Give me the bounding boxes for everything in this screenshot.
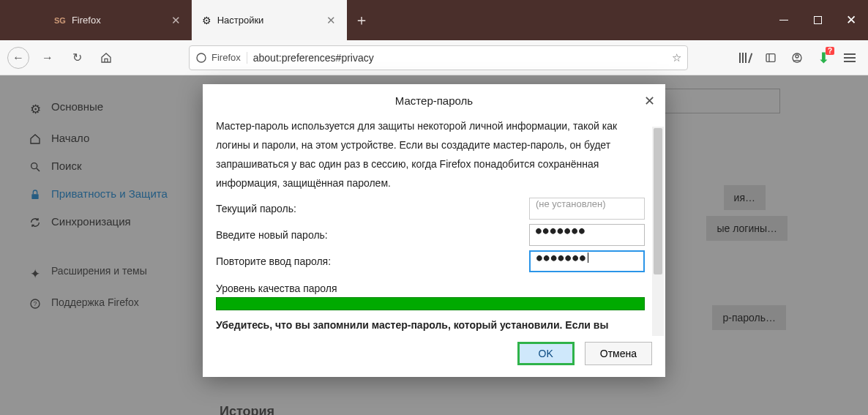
modal-overlay: Мастер-пароль ✕ Мастер-пароль использует…	[0, 75, 868, 415]
master-password-dialog: Мастер-пароль ✕ Мастер-пароль использует…	[203, 84, 665, 377]
newtab-button[interactable]: ＋	[347, 0, 376, 40]
svg-point-0	[197, 53, 206, 62]
home-button[interactable]	[94, 45, 119, 70]
scrollbar-thumb[interactable]	[654, 128, 662, 274]
menu-button[interactable]	[837, 45, 862, 70]
tab-firefox[interactable]: SG Firefox ✕	[44, 0, 192, 40]
svg-point-4	[796, 55, 798, 58]
navbar: ← → ↻ Firefox about:preferences#privacy …	[0, 40, 868, 75]
account-icon	[791, 52, 803, 64]
current-password-row: Текущий пароль: (не установлен)	[216, 198, 645, 220]
repeat-password-input[interactable]: ●●●●●●●	[529, 250, 645, 272]
repeat-password-row: Повторите ввод пароля: ●●●●●●●	[216, 250, 645, 272]
account-button[interactable]	[785, 45, 809, 70]
svg-rect-1	[766, 53, 775, 61]
library-button[interactable]	[732, 45, 757, 70]
gear-icon: ⚙	[202, 15, 212, 26]
tab-label: Настройки	[217, 15, 264, 26]
library-icon	[739, 53, 749, 63]
cancel-button[interactable]: Отмена	[585, 342, 652, 365]
window-titlebar: SG Firefox ✕ ⚙ Настройки ✕ ＋ ✕	[0, 0, 868, 40]
identity-label: Firefox	[212, 52, 241, 63]
sidebar-button[interactable]	[758, 45, 783, 70]
identity-box[interactable]: Firefox	[195, 52, 247, 64]
sidebar-icon	[765, 52, 777, 64]
dialog-body: Мастер-пароль используется для защиты не…	[203, 117, 665, 333]
tab-strip: SG Firefox ✕ ⚙ Настройки ✕ ＋	[0, 0, 376, 40]
download-badge: ?	[826, 47, 834, 55]
firefox-icon	[195, 52, 207, 64]
dialog-scrollbar[interactable]	[652, 127, 664, 336]
dialog-close-button[interactable]: ✕	[644, 93, 655, 109]
minimize-button[interactable]	[767, 0, 801, 40]
downloads-button[interactable]: ⬇ ?	[811, 45, 836, 70]
home-icon	[100, 52, 112, 64]
close-icon[interactable]: ✕	[326, 14, 336, 27]
site-favicon: SG	[54, 16, 66, 25]
tab-label: Firefox	[72, 15, 101, 26]
back-button[interactable]: ←	[6, 45, 31, 70]
current-password-input: (не установлен)	[529, 198, 645, 220]
new-password-label: Введите новый пароль:	[216, 229, 328, 241]
dialog-header: Мастер-пароль ✕	[203, 84, 665, 117]
dialog-title: Мастер-пароль	[395, 94, 473, 107]
new-password-row: Введите новый пароль: ●●●●●●●	[216, 224, 645, 246]
tab-settings[interactable]: ⚙ Настройки ✕	[192, 0, 348, 40]
current-password-label: Текущий пароль:	[216, 203, 296, 214]
content-area: ⚙ Основные Начало Поиск Приватность и За…	[0, 75, 868, 415]
dialog-footer: OK Отмена	[203, 333, 665, 377]
password-quality-meter	[216, 297, 645, 310]
password-quality-label: Уровень качества пароля	[216, 283, 645, 294]
close-icon[interactable]: ✕	[171, 14, 181, 27]
ok-button[interactable]: OK	[517, 342, 575, 365]
forward-button[interactable]: →	[35, 45, 60, 70]
repeat-password-label: Повторите ввод пароля:	[216, 255, 331, 267]
maximize-button[interactable]	[801, 0, 834, 40]
bookmark-star-icon[interactable]: ☆	[672, 51, 681, 64]
dialog-intro-text: Мастер-пароль используется для защиты не…	[216, 117, 645, 193]
url-text: about:preferences#privacy	[253, 52, 666, 64]
dialog-warning-text: Убедитесь, что вы запомнили мастер-парол…	[216, 316, 645, 333]
new-password-input[interactable]: ●●●●●●●	[529, 224, 645, 246]
window-controls: ✕	[767, 0, 868, 40]
reload-button[interactable]: ↻	[64, 45, 89, 70]
close-window-button[interactable]: ✕	[834, 0, 868, 40]
url-bar[interactable]: Firefox about:preferences#privacy ☆	[189, 45, 688, 70]
hamburger-icon	[844, 53, 856, 62]
